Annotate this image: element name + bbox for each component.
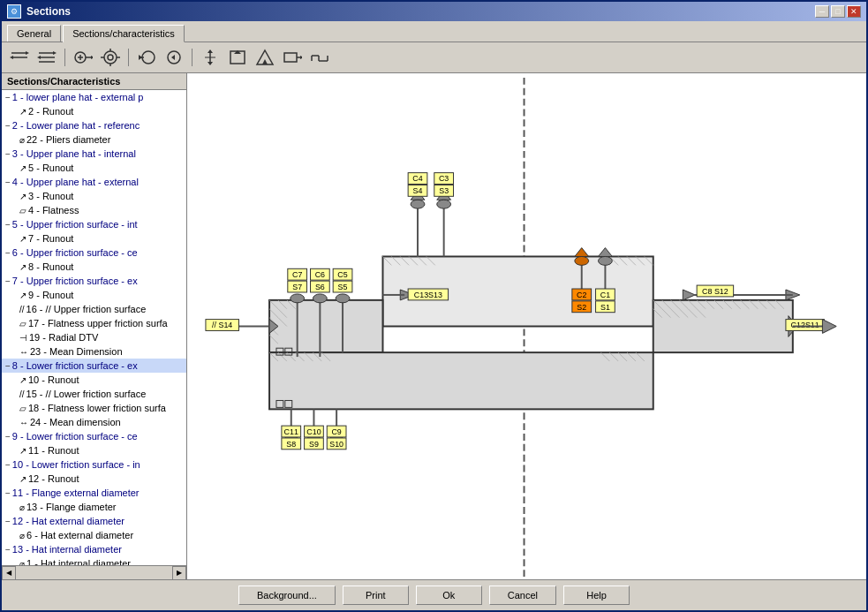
- close-button[interactable]: ✕: [847, 5, 861, 18]
- cancel-button[interactable]: Cancel: [489, 586, 556, 605]
- double-arrow-icon[interactable]: [34, 46, 59, 69]
- section-12[interactable]: − 12 - Hat external diameter: [2, 514, 186, 528]
- item-19-label: 19 - Radial DTV: [29, 332, 98, 343]
- background-button[interactable]: Background...: [238, 586, 336, 605]
- section-4[interactable]: − 4 - Upper plane hat - external: [2, 175, 186, 189]
- section-6[interactable]: − 6 - Upper friction surface - ce: [2, 246, 186, 260]
- maximize-button[interactable]: □: [831, 5, 845, 18]
- triangle-icon[interactable]: [253, 46, 277, 69]
- item-24-label: 24 - Mean dimension: [30, 417, 121, 427]
- up-down-arrow-icon[interactable]: [198, 46, 223, 69]
- flatness-icon-17: ▱: [19, 319, 26, 329]
- expand-icon-6: −: [5, 248, 11, 258]
- rect-arrow-icon[interactable]: [280, 46, 305, 69]
- item-18-flatness[interactable]: ▱ 18 - Flatness lower friction surfa: [2, 401, 186, 415]
- svg-point-105: [411, 200, 425, 208]
- svg-marker-132: [683, 290, 695, 300]
- svg-text:C13S13: C13S13: [414, 291, 442, 299]
- section-8[interactable]: − 8 - Lower friction surface - ex: [2, 359, 186, 373]
- item-17-flatness[interactable]: ▱ 17 - Flatness upper friction surfa: [2, 316, 186, 330]
- svg-text:C12S11: C12S11: [791, 321, 819, 329]
- step-bracket-icon[interactable]: [307, 46, 332, 69]
- dimension-icon-23: ↔: [19, 347, 28, 357]
- svg-text:C2: C2: [577, 291, 586, 299]
- item-3-label: 3 - Runout: [28, 191, 73, 201]
- item-4-flatness[interactable]: ▱ 4 - Flatness: [2, 203, 186, 217]
- ok-button[interactable]: Ok: [416, 586, 482, 605]
- svg-rect-33: [284, 53, 297, 62]
- svg-marker-8: [37, 56, 41, 59]
- circle-arrow-icon[interactable]: [71, 46, 95, 69]
- item-6-hat-ext[interactable]: ⌀ 6 - Hat external diameter: [2, 528, 186, 542]
- scroll-left-button[interactable]: ◀: [2, 566, 16, 580]
- svg-text:C10: C10: [306, 427, 321, 436]
- item-24-dimension[interactable]: ↔ 24 - Mean dimension: [2, 415, 186, 429]
- svg-text:S8: S8: [286, 440, 296, 449]
- svg-text:C8 S12: C8 S12: [702, 287, 728, 296]
- help-button[interactable]: Help: [563, 586, 630, 605]
- item-1-hat-int[interactable]: ⌀ 1 - Hat internal diameter: [2, 556, 186, 565]
- tab-general[interactable]: General: [7, 25, 61, 42]
- svg-point-128: [599, 256, 613, 265]
- tab-sections[interactable]: Sections/characteristics: [63, 25, 185, 42]
- item-19-radial[interactable]: ⊣ 19 - Radial DTV: [2, 330, 186, 344]
- target-circle-icon[interactable]: [98, 46, 123, 69]
- item-16-parallel[interactable]: // 16 - // Upper friction surface: [2, 302, 186, 316]
- svg-rect-86: [269, 352, 653, 409]
- expand-icon-12: −: [5, 517, 11, 526]
- item-11-runout[interactable]: ↗ 11 - Runout: [2, 443, 186, 457]
- flatness-icon-18: ▱: [19, 404, 26, 413]
- expand-icon-8: −: [5, 361, 11, 371]
- multiline-arrow-icon[interactable]: [7, 46, 32, 69]
- section-11[interactable]: − 11 - Flange external diameter: [2, 486, 186, 500]
- item-22-diameter[interactable]: ⌀ 22 - Pliers diameter: [2, 132, 186, 147]
- section-3[interactable]: − 3 - Upper plane hat - internal: [2, 147, 186, 161]
- svg-marker-7: [53, 51, 57, 55]
- expand-icon-11: −: [5, 488, 11, 498]
- svg-marker-3: [10, 56, 13, 59]
- section-13-label: 13 - Hat internal diameter: [12, 544, 122, 555]
- item-9-runout[interactable]: ↗ 9 - Runout: [2, 288, 186, 302]
- runout-icon-8: ↗: [19, 262, 26, 272]
- horizontal-scrollbar[interactable]: ◀ ▶: [2, 565, 186, 579]
- item-3-runout[interactable]: ↗ 3 - Runout: [2, 189, 186, 203]
- section-9[interactable]: − 9 - Lower friction surface - ce: [2, 429, 186, 443]
- svg-point-108: [437, 200, 451, 208]
- expand-icon-13: −: [5, 545, 11, 555]
- diameter-icon-13: ⌀: [19, 502, 25, 512]
- diameter-icon-22: ⌀: [19, 135, 25, 145]
- item-18-label: 18 - Flatness lower friction surfa: [28, 403, 166, 413]
- left-arrow-only-icon[interactable]: [162, 46, 186, 69]
- section-7[interactable]: − 7 - Upper friction surface - ex: [2, 274, 186, 288]
- item-12-runout[interactable]: ↗ 12 - Runout: [2, 472, 186, 486]
- item-23-dimension[interactable]: ↔ 23 - Mean Dimension: [2, 344, 186, 359]
- left-circle-icon[interactable]: [134, 46, 159, 69]
- item-8-runout[interactable]: ↗ 8 - Runout: [2, 260, 186, 274]
- section-13[interactable]: − 13 - Hat internal diameter: [2, 542, 186, 556]
- minimize-button[interactable]: ─: [815, 5, 829, 18]
- svg-marker-24: [171, 55, 175, 60]
- item-10-runout[interactable]: ↗ 10 - Runout: [2, 373, 186, 387]
- item-13-flange[interactable]: ⌀ 13 - Flange diameter: [2, 500, 186, 514]
- item-7-runout[interactable]: ↗ 7 - Runout: [2, 231, 186, 246]
- section-1[interactable]: − 1 - lower plane hat - external p: [2, 90, 186, 104]
- expand-icon-4: −: [5, 178, 11, 187]
- section-2[interactable]: − 2 - Lower plane hat - referenc: [2, 118, 186, 132]
- scroll-right-button[interactable]: ▶: [172, 566, 186, 580]
- window-icon: ⚙: [7, 4, 21, 19]
- item-2-runout[interactable]: ↗ 2 - Runout: [2, 104, 186, 118]
- svg-text:S9: S9: [309, 440, 319, 449]
- square-bracket-icon[interactable]: [225, 46, 250, 69]
- svg-text:S7: S7: [292, 283, 302, 291]
- runout-icon-5: ↗: [19, 163, 26, 173]
- print-button[interactable]: Print: [343, 586, 409, 605]
- svg-text:C5: C5: [337, 270, 347, 279]
- runout-icon-12: ↗: [19, 474, 26, 484]
- section-5[interactable]: − 5 - Upper friction surface - int: [2, 217, 186, 231]
- item-15-parallel[interactable]: // 15 - // Lower friction surface: [2, 387, 186, 401]
- item-9-label: 9 - Runout: [28, 290, 73, 300]
- svg-text:S1: S1: [600, 303, 610, 312]
- item-5-runout[interactable]: ↗ 5 - Runout: [2, 161, 186, 175]
- sidebar-tree[interactable]: − 1 - lower plane hat - external p ↗ 2 -…: [2, 90, 186, 565]
- section-10[interactable]: − 10 - Lower friction surface - in: [2, 457, 186, 472]
